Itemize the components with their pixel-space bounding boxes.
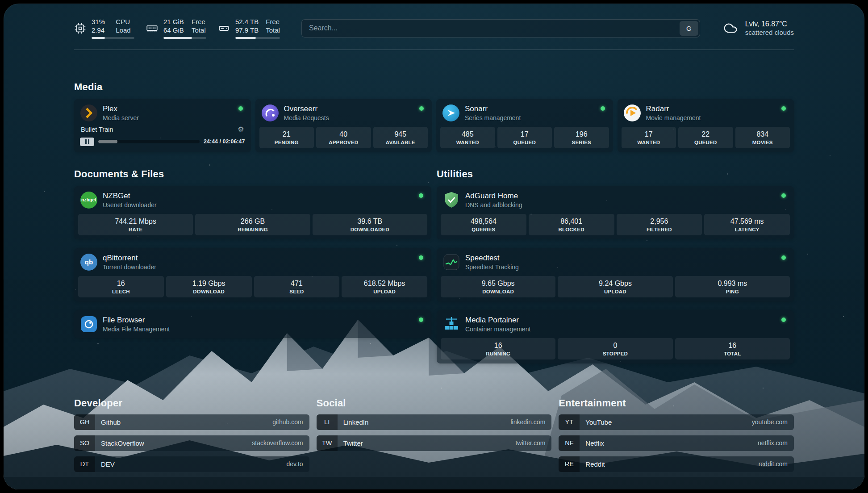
stat-value: 9.24 Gbps	[559, 280, 672, 288]
filebrowser-icon	[80, 315, 98, 333]
stat-label: AVAILABLE	[374, 140, 427, 145]
social-section-title: Social	[317, 397, 552, 409]
bookmark-name: Netflix	[580, 439, 604, 447]
sonarr-icon	[442, 104, 460, 122]
memory-icon	[146, 22, 158, 34]
bookmark-dev[interactable]: DT DEV dev.to	[74, 456, 309, 472]
bookmark-github[interactable]: GH Github github.com	[74, 414, 309, 430]
plex-player-bar: 24:44 / 02:06:47	[78, 138, 247, 147]
memory-widget: 21 GiB Free 64 GiB Total	[146, 18, 206, 39]
service-card-plex[interactable]: Plex Media server Bullet Train ⚙	[74, 99, 251, 152]
service-description: Torrent downloader	[103, 263, 156, 271]
service-card-speedtest[interactable]: Speedtest Speedtest Tracking 9.65 Gbps D…	[437, 248, 794, 301]
weather-widget: Lviv, 16.87°C scattered clouds	[722, 20, 794, 36]
stat-label: BLOCKED	[530, 227, 613, 232]
stat-total: 16 TOTAL	[675, 338, 790, 359]
stat-queued: 22 QUEUED	[678, 127, 733, 148]
qbittorrent-icon: qb	[80, 253, 98, 271]
bookmark-name: DEV	[95, 460, 115, 468]
playback-time: 24:44 / 02:06:47	[204, 138, 245, 145]
stat-value: 1.19 Gbps	[167, 280, 251, 288]
service-description: Media server	[103, 114, 139, 121]
status-dot	[781, 106, 786, 111]
bookmark-abbr: RE	[559, 456, 580, 472]
bookmark-netflix[interactable]: NF Netflix netflix.com	[559, 435, 794, 451]
stat-label: SEED	[255, 289, 339, 294]
stat-stopped: 0 STOPPED	[558, 338, 672, 359]
stat-filtered: 2,956 FILTERED	[617, 214, 702, 235]
weather-location: Lviv, 16.87°C	[745, 20, 794, 28]
portainer-icon	[442, 315, 460, 333]
service-card-portainer[interactable]: Media Portainer Container management 16 …	[437, 310, 794, 363]
stat-value: 39.6 TB	[313, 217, 426, 226]
stat-wanted: 485 WANTED	[440, 127, 495, 148]
disk-progress-bar	[235, 37, 280, 39]
status-dot	[601, 106, 605, 111]
stat-value: 17	[622, 130, 676, 138]
stat-label: STOPPED	[559, 351, 672, 356]
bookmark-abbr: GH	[74, 414, 95, 430]
stat-label: UPLOAD	[342, 289, 426, 294]
stat-remaining: 266 GB REMAINING	[195, 214, 310, 235]
bookmark-abbr: LI	[317, 414, 338, 430]
service-name: Sonarr	[465, 104, 521, 113]
service-description: Usenet downloader	[103, 201, 157, 209]
stat-label: WANTED	[441, 140, 494, 145]
service-card-filebrowser[interactable]: File Browser Media File Management	[74, 310, 431, 338]
bookmark-url: netflix.com	[758, 439, 794, 447]
stat-value: 21	[260, 130, 313, 138]
stat-movies: 834 MOVIES	[735, 127, 790, 148]
stat-label: DOWNLOAD	[167, 289, 251, 294]
stat-value: 16	[676, 342, 789, 350]
stat-label: TOTAL	[676, 351, 789, 356]
service-description: Media File Management	[103, 326, 170, 333]
stat-label: DOWNLOAD	[442, 289, 555, 294]
snow-particles	[4, 4, 4, 4]
service-card-adguard[interactable]: AdGuard Home DNS and adblocking 498,564 …	[437, 186, 794, 239]
bookmark-url: youtube.com	[752, 418, 794, 426]
stat-value: 0.993 ms	[676, 280, 789, 288]
stat-value: 2,956	[618, 217, 701, 226]
cpu-load-label: Load	[116, 26, 134, 34]
bookmark-url: reddit.com	[759, 460, 794, 468]
memory-free-label: Free	[192, 18, 206, 26]
service-card-radarr[interactable]: Radarr Movie management 17 WANTED 22 QUE…	[618, 99, 794, 152]
service-card-qbittorrent[interactable]: qb qBittorrent Torrent downloader 16 LEE…	[74, 248, 431, 301]
stat-latency: 47.569 ms LATENCY	[704, 214, 790, 235]
search-input[interactable]	[303, 24, 680, 32]
service-name: Overseerr	[284, 104, 329, 113]
stat-ping: 0.993 ms PING	[675, 276, 790, 297]
service-card-nzbget[interactable]: nzbget NZBGet Usenet downloader 744.21 M…	[74, 186, 431, 239]
status-dot	[781, 255, 786, 260]
status-dot	[419, 318, 423, 322]
service-name: NZBGet	[103, 192, 157, 201]
search-provider-button[interactable]: G	[680, 21, 698, 36]
stat-upload: 9.24 Gbps UPLOAD	[558, 276, 672, 297]
bookmark-twitter[interactable]: TW Twitter twitter.com	[317, 435, 552, 451]
service-card-sonarr[interactable]: Sonarr Series management 485 WANTED 17 Q…	[436, 99, 613, 152]
service-card-overseerr[interactable]: Overseerr Media Requests 21 PENDING 40 A…	[255, 99, 432, 152]
cpu-load-value: 2.94	[92, 26, 108, 34]
disk-total-label: Total	[266, 26, 280, 34]
stat-value: 471	[255, 280, 339, 288]
stat-value: 945	[374, 130, 427, 138]
stat-value: 834	[736, 130, 789, 138]
bookmark-youtube[interactable]: YT YouTube youtube.com	[559, 414, 794, 430]
bookmark-reddit[interactable]: RE Reddit reddit.com	[559, 456, 794, 472]
cloud-icon	[722, 21, 739, 35]
bookmark-abbr: YT	[559, 414, 580, 430]
memory-total-label: Total	[192, 26, 206, 34]
developer-section-title: Developer	[74, 397, 309, 409]
cpu-icon	[74, 22, 86, 34]
pause-button[interactable]	[80, 138, 94, 146]
stat-value: 47.569 ms	[705, 217, 789, 226]
bookmark-stackoverflow[interactable]: SO StackOverflow stackoverflow.com	[74, 435, 309, 451]
bookmark-linkedin[interactable]: LI LinkedIn linkedin.com	[317, 414, 552, 430]
gear-icon[interactable]: ⚙	[238, 126, 244, 133]
stat-label: RUNNING	[442, 351, 555, 356]
disk-free-label: Free	[266, 18, 280, 26]
bookmark-url: stackoverflow.com	[252, 439, 309, 447]
bookmark-group-entertainment: Entertainment YT YouTube youtube.com NF …	[559, 397, 794, 472]
bookmark-url: dev.to	[287, 460, 309, 468]
bookmark-group-social: Social LI LinkedIn linkedin.com TW Twitt…	[317, 397, 552, 472]
